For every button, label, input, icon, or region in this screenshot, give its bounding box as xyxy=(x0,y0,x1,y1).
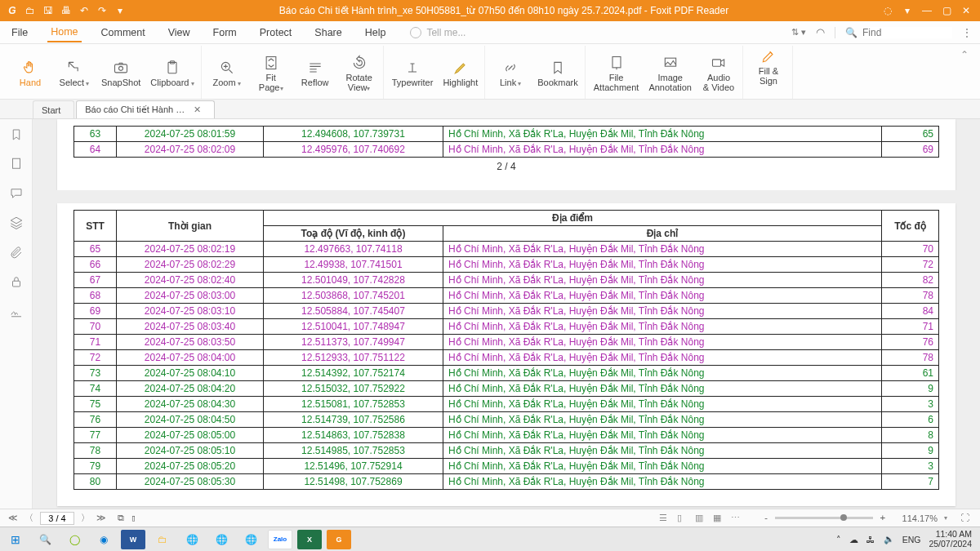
user-icon[interactable]: ◌ xyxy=(882,5,893,16)
tool-clipboard[interactable]: Clipboard ▾ xyxy=(150,59,194,88)
tool-audio-video[interactable]: Audio & Video xyxy=(702,54,736,92)
task-app-1[interactable]: ◯ xyxy=(62,530,87,549)
table-row: 762024-07-25 08:04:5012.514739, 107.7525… xyxy=(74,412,939,428)
user-dropdown-icon[interactable]: ▾ xyxy=(902,5,913,16)
view-mode-4-icon[interactable]: ▦ xyxy=(713,513,724,524)
menu-protect[interactable]: Protect xyxy=(256,24,296,42)
task-search-icon[interactable]: 🔍 xyxy=(33,530,57,549)
tool-file-attachment[interactable]: File Attachment xyxy=(594,54,639,92)
tell-me[interactable]: Tell me... xyxy=(410,27,466,38)
ribbon-options-icon[interactable]: ◠ xyxy=(816,26,825,38)
tool-hand[interactable]: Hand xyxy=(13,59,47,87)
cell-coord: 12.497663, 107.74118 xyxy=(264,242,443,257)
tab-start[interactable]: Start xyxy=(33,100,74,118)
minimize-icon[interactable]: — xyxy=(921,5,933,16)
tab-document[interactable]: Báo cáo Chi tiết Hành tri... ✕ xyxy=(76,100,215,118)
task-foxit[interactable]: G xyxy=(327,530,351,549)
menu-view[interactable]: View xyxy=(165,24,194,42)
bookmark-panel-icon[interactable] xyxy=(9,127,24,142)
menu-file[interactable]: File xyxy=(8,24,31,42)
qa-dropdown-icon[interactable]: ▾ xyxy=(114,5,126,16)
view-mode-2-icon[interactable]: ▯ xyxy=(677,513,688,524)
tool-fitpage[interactable]: Fit Page▾ xyxy=(254,54,288,93)
save-icon[interactable]: 🖫 xyxy=(42,5,54,16)
multi-page-icon[interactable]: ⧉ xyxy=(118,513,124,523)
find-box[interactable]: 🔍 xyxy=(835,27,952,38)
system-tray: ˄ ☁ 🖧 🔈 ENG 11:40 AM 25/07/2024 xyxy=(836,530,977,549)
link-icon xyxy=(501,59,519,77)
tool-typewriter[interactable]: Typewriter xyxy=(392,59,434,87)
tray-lang[interactable]: ENG xyxy=(902,535,921,544)
collapse-ribbon-icon[interactable]: ⇅ ▾ xyxy=(791,27,806,38)
tray-chevron-icon[interactable]: ˄ xyxy=(836,535,841,544)
tray-volume-icon[interactable]: 🔈 xyxy=(884,534,894,544)
tool-link[interactable]: Link ▾ xyxy=(493,59,528,88)
task-explorer[interactable]: 🗀 xyxy=(150,530,175,549)
task-excel[interactable]: X xyxy=(297,530,322,549)
tool-snapshot[interactable]: SnapShot xyxy=(101,59,140,87)
signature-panel-icon[interactable] xyxy=(9,304,24,318)
menu-form[interactable]: Form xyxy=(210,24,240,42)
cell-addr: Hồ Chí Minh, Xã Đắk R'La, Huyện Đắk Mil,… xyxy=(443,412,882,428)
main-area: 632024-07-25 08:01:5912.494608, 107.7397… xyxy=(0,119,980,509)
task-word[interactable]: W xyxy=(121,530,145,549)
tray-network-icon[interactable]: 🖧 xyxy=(866,535,875,544)
cell-addr: Hồ Chí Minh, Xã Đắk R'La, Huyện Đắk Mil,… xyxy=(443,288,882,304)
next-page-icon[interactable]: 〉 xyxy=(81,512,90,524)
menu-share[interactable]: Share xyxy=(311,24,345,42)
tool-select[interactable]: Select ▾ xyxy=(57,59,91,88)
cell-speed: 8 xyxy=(882,428,939,443)
comments-panel-icon[interactable] xyxy=(9,186,24,201)
zoom-in-icon[interactable]: + xyxy=(880,513,885,523)
first-page-icon[interactable]: ≪ xyxy=(8,513,18,523)
task-chrome-2[interactable]: 🌐 xyxy=(209,530,234,549)
task-chrome[interactable]: 🌐 xyxy=(180,530,204,549)
cell-stt: 67 xyxy=(74,273,117,288)
page-input[interactable] xyxy=(40,512,74,525)
security-panel-icon[interactable] xyxy=(9,274,24,289)
zoom-out-icon[interactable]: - xyxy=(764,513,769,523)
find-input[interactable] xyxy=(862,27,952,38)
undo-icon[interactable]: ↶ xyxy=(78,5,90,16)
redo-icon[interactable]: ↷ xyxy=(96,5,108,16)
print-icon[interactable]: 🖶 xyxy=(60,5,72,16)
fullscreen-icon[interactable]: ⛶ xyxy=(960,513,972,524)
tool-image-annotation[interactable]: Image Annotation xyxy=(648,54,692,92)
ribbon-collapse-icon[interactable]: ⌃ xyxy=(960,46,973,99)
close-window-icon[interactable]: ✕ xyxy=(960,5,972,16)
attachments-panel-icon[interactable] xyxy=(9,245,24,260)
restore-icon[interactable]: ▢ xyxy=(941,5,952,16)
start-menu-icon[interactable]: ⊞ xyxy=(3,530,28,549)
single-page-icon[interactable]: ▯ xyxy=(131,513,136,523)
menu-home[interactable]: Home xyxy=(47,23,81,42)
task-zalo[interactable]: Zalo xyxy=(268,530,292,549)
zoom-slider[interactable] xyxy=(775,517,873,519)
tray-clock[interactable]: 11:40 AM 25/07/2024 xyxy=(929,530,972,549)
layers-panel-icon[interactable] xyxy=(9,216,24,230)
open-icon[interactable]: 🗀 xyxy=(24,5,36,16)
pages-panel-icon[interactable] xyxy=(9,157,24,171)
tray-cloud-icon[interactable]: ☁ xyxy=(849,535,858,544)
tab-close-icon[interactable]: ✕ xyxy=(194,104,201,115)
last-page-icon[interactable]: ≫ xyxy=(96,513,106,523)
tool-bookmark[interactable]: Bookmark xyxy=(537,59,578,87)
tool-rotate[interactable]: Rotate View▾ xyxy=(342,54,376,93)
tool-fill-sign[interactable]: Fill & Sign xyxy=(751,47,786,86)
task-edge[interactable]: ◉ xyxy=(91,530,116,549)
menubar-more-icon[interactable]: ⋮ xyxy=(962,27,972,38)
cell-coord: 12.515032, 107.752922 xyxy=(264,381,443,397)
prev-page-icon[interactable]: 〈 xyxy=(24,512,33,524)
tool-highlight[interactable]: Highlight xyxy=(443,59,478,87)
table-row: 792024-07-25 08:05:2012.51496, 107.75291… xyxy=(74,459,939,474)
menu-help[interactable]: Help xyxy=(362,24,390,42)
task-chrome-3[interactable]: 🌐 xyxy=(238,530,263,549)
zoom-dropdown-icon[interactable]: ▾ xyxy=(944,514,947,522)
document-viewport[interactable]: 632024-07-25 08:01:5912.494608, 107.7397… xyxy=(33,119,980,509)
view-mode-3-icon[interactable]: ▥ xyxy=(695,513,706,524)
view-mode-more-icon[interactable]: ⋯ xyxy=(731,513,742,524)
view-mode-1-icon[interactable]: ☰ xyxy=(659,513,670,524)
tool-reflow[interactable]: Reflow xyxy=(298,59,332,87)
menu-comment[interactable]: Comment xyxy=(98,24,149,42)
cell-time: 2024-07-25 08:04:10 xyxy=(117,366,264,381)
tool-zoom[interactable]: Zoom ▾ xyxy=(210,59,244,88)
